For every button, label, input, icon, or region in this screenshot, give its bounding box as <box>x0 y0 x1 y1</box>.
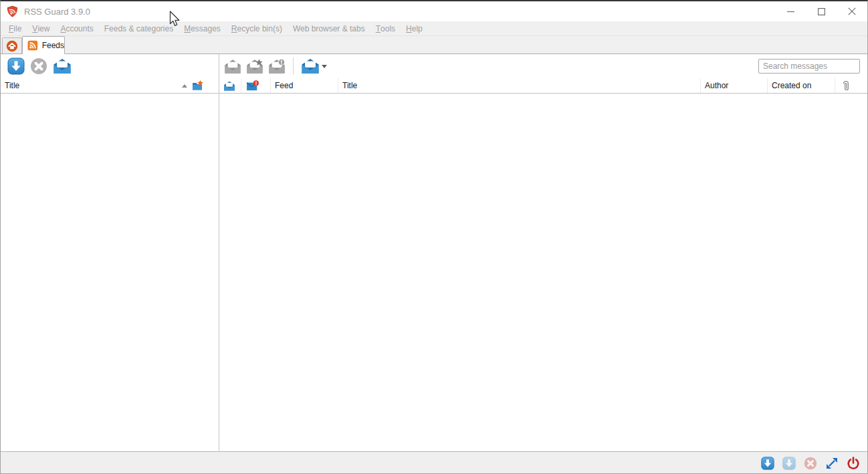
menu-help[interactable]: Help <box>401 21 428 36</box>
statusbar-fullscreen-button[interactable] <box>825 456 839 471</box>
menu-web-browser-tabs[interactable]: Web browser & tabs <box>288 21 370 36</box>
msgs-column-author[interactable]: Author <box>701 78 768 93</box>
mark-read-dropdown-icon <box>301 58 320 74</box>
rss-guard-window: RSS Guard 3.9.0 File View Accounts Feeds… <box>0 0 868 474</box>
menu-recycle-bins[interactable]: Recycle bin(s) <box>226 21 288 36</box>
folder-star-icon <box>192 80 203 91</box>
mark-starred-button-disabled[interactable] <box>246 59 263 74</box>
menu-file[interactable]: File <box>3 21 27 36</box>
msgs-column-created-on[interactable]: Created on <box>768 78 835 93</box>
rss-icon <box>27 40 38 51</box>
mark-important-button-disabled[interactable] <box>268 59 286 74</box>
feeds-column-title[interactable]: Title <box>1 78 219 93</box>
messages-toolbar <box>224 57 327 75</box>
statusbar-update-all-button-disabled[interactable] <box>782 456 796 471</box>
update-all-feeds-icon <box>782 457 796 470</box>
msgs-column-importance[interactable] <box>241 78 271 93</box>
window-controls <box>775 1 867 21</box>
feeds-tree-panel[interactable] <box>1 94 219 452</box>
toolbar-row <box>1 54 867 78</box>
window-title: RSS Guard 3.9.0 <box>24 7 90 17</box>
menu-tools[interactable]: Tools <box>370 21 401 36</box>
messages-list-panel[interactable] <box>219 94 867 452</box>
rss-guard-logo-icon <box>6 5 19 18</box>
close-button[interactable] <box>837 1 867 21</box>
tab-home[interactable] <box>2 37 22 53</box>
update-feeds-icon <box>7 57 25 75</box>
statusbar-update-feeds-button[interactable] <box>760 456 775 471</box>
panel-splitter[interactable] <box>219 54 219 452</box>
importance-icon <box>246 80 259 92</box>
search-input[interactable] <box>758 59 860 74</box>
read-status-icon <box>223 81 235 91</box>
menu-view[interactable]: View <box>27 21 55 36</box>
update-feeds-icon <box>761 457 774 470</box>
update-feeds-button[interactable] <box>7 57 25 75</box>
mark-important-icon <box>268 59 286 74</box>
paperclip-icon <box>842 80 850 92</box>
stop-update-icon <box>804 457 817 470</box>
sort-ascending-icon <box>182 84 187 88</box>
mark-feed-read-button[interactable] <box>53 58 72 74</box>
quit-icon <box>847 457 860 470</box>
tab-feeds-label: Feeds <box>42 41 64 50</box>
list-headers: Title Feed <box>1 78 867 94</box>
statusbar-stop-update-button-disabled[interactable] <box>803 456 818 471</box>
menu-feeds-categories[interactable]: Feeds & categories <box>99 21 179 36</box>
msgs-column-read[interactable] <box>219 78 241 93</box>
maximize-button[interactable] <box>806 1 837 21</box>
feeds-toolbar <box>7 57 72 75</box>
mark-read-icon <box>224 59 241 74</box>
mark-read-dropdown-button[interactable] <box>301 58 327 74</box>
mark-starred-icon <box>246 59 263 74</box>
titlebar: RSS Guard 3.9.0 <box>1 1 867 21</box>
maximize-icon <box>818 8 825 15</box>
msgs-column-title[interactable]: Title <box>338 78 701 93</box>
chevron-down-icon <box>322 65 327 68</box>
stop-update-button[interactable] <box>30 57 47 75</box>
msgs-column-feed[interactable]: Feed <box>271 78 338 93</box>
fullscreen-icon <box>825 457 839 470</box>
minimize-button[interactable] <box>775 1 806 21</box>
toolbar-separator <box>293 57 294 75</box>
stop-update-icon <box>30 57 47 75</box>
mark-read-button-disabled[interactable] <box>224 59 241 74</box>
msgs-column-attachments[interactable] <box>835 78 868 93</box>
tabbar: Feeds <box>1 36 867 54</box>
tab-feeds[interactable]: Feeds <box>22 36 65 54</box>
menu-messages[interactable]: Messages <box>179 21 226 36</box>
menubar: File View Accounts Feeds & categories Me… <box>1 21 867 36</box>
statusbar <box>1 452 867 474</box>
menu-accounts[interactable]: Accounts <box>55 21 98 36</box>
mark-feed-read-icon <box>53 58 72 74</box>
content-area <box>1 94 867 452</box>
home-icon <box>6 40 18 52</box>
statusbar-quit-button[interactable] <box>846 456 861 471</box>
minimize-icon <box>787 8 794 15</box>
close-icon <box>848 7 856 15</box>
